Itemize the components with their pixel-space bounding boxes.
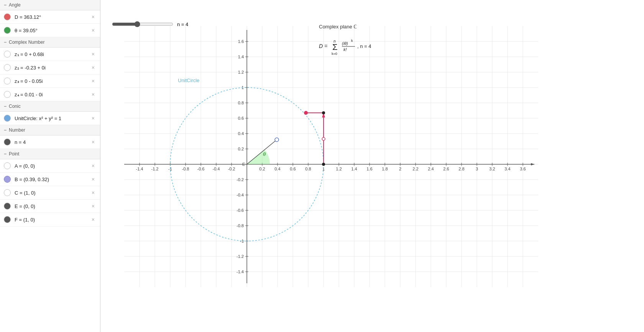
section-collapse-angle[interactable]: − [4,2,7,8]
list-item-theta-angle: θ = 39.05° × [0,24,100,37]
close-btn-unitcircle[interactable]: × [90,114,96,122]
svg-text:2.6: 2.6 [443,167,449,171]
svg-text:2.4: 2.4 [428,167,434,171]
close-btn-z4[interactable]: × [90,91,96,98]
svg-point-133 [304,111,308,115]
svg-text:1.4: 1.4 [351,167,357,171]
list-item-D-angle: D = 363.12° × [0,10,100,24]
color-icon-D-angle [4,13,11,20]
svg-point-130 [275,138,279,142]
close-btn-D-angle[interactable]: × [90,13,96,21]
svg-text:1.2: 1.2 [336,167,342,171]
svg-text:-0.4: -0.4 [213,167,220,171]
color-icon-unitcircle [4,115,11,122]
list-item-z4: z₄ = 0.01 - 0i × [0,88,100,101]
svg-text:0.2: 0.2 [259,167,265,171]
svg-text:1.2: 1.2 [238,70,244,74]
section-angle[interactable]: − Angle [0,0,100,10]
main-canvas-area: n = 4 -1.4-1.2-1-0.8-0.6-0.4-0.20.20.40.… [100,0,644,332]
color-icon-C [4,189,11,196]
svg-text:θ: θ [263,151,266,157]
sidebar: − Angle D = 363.12° × θ = 39.05° × − Com… [0,0,100,332]
section-collapse-conic[interactable]: − [4,104,7,109]
svg-point-134 [322,111,325,114]
list-item-z1: z₁ = 0 + 0.68i × [0,48,100,61]
label-z2: z₂ = -0.23 + 0i [15,65,90,71]
svg-text:-1.2: -1.2 [237,254,244,259]
svg-text:k=0: k=0 [332,52,337,56]
svg-text:0.4: 0.4 [238,131,244,136]
svg-text:1.6: 1.6 [366,167,372,171]
color-icon-z1 [4,51,11,58]
svg-text:-0.2: -0.2 [237,177,244,182]
list-item-F: F = (1, 0) × [0,213,100,226]
color-icon-E [4,203,11,210]
close-btn-n[interactable]: × [90,138,96,146]
label-z4: z₄ = 0.01 - 0i [15,92,90,97]
close-btn-B[interactable]: × [90,175,96,183]
label-theta-angle: θ = 39.05° [15,28,90,33]
close-btn-z1[interactable]: × [90,50,96,58]
section-label-point: Point [9,151,19,157]
svg-text:D =: D = [319,43,327,49]
color-icon-z3 [4,78,11,84]
section-collapse-complex-number[interactable]: − [4,40,7,45]
color-icon-z4 [4,91,11,98]
label-n: n = 4 [15,139,90,145]
close-btn-F[interactable]: × [90,216,96,223]
section-label-angle: Angle [9,2,21,8]
close-btn-C[interactable]: × [90,189,96,197]
svg-text:-1.4: -1.4 [237,269,244,274]
formula-svg: D = Σ k=0 n (iθ) k k! , n = 4 [319,36,419,58]
list-item-unitcircle: UnitCircle: x² + y² = 1 × [0,112,100,125]
close-btn-z3[interactable]: × [90,77,96,85]
svg-text:0.6: 0.6 [238,116,244,121]
close-btn-z2[interactable]: × [90,64,96,71]
svg-text:2: 2 [399,167,401,171]
label-unitcircle: UnitCircle: x² + y² = 1 [15,116,90,121]
section-number[interactable]: − Number [0,125,100,135]
svg-text:-1.4: -1.4 [136,167,143,171]
color-icon-n [4,139,11,145]
svg-text:UnitCircle: UnitCircle [178,78,199,83]
section-point[interactable]: − Point [0,149,100,159]
svg-text:0.6: 0.6 [290,167,296,171]
label-z3: z₃ = 0 - 0.05i [15,78,90,84]
svg-text:1.4: 1.4 [238,55,244,59]
svg-text:-0.2: -0.2 [228,167,235,171]
label-A: A = (0, 0) [15,163,90,169]
close-btn-theta-angle[interactable]: × [90,26,96,34]
list-item-C: C = (1, 0) × [0,186,100,200]
complex-plane-label: Complex plane ℂ [319,24,468,30]
section-collapse-point[interactable]: − [4,151,7,157]
svg-text:-0.6: -0.6 [237,208,244,213]
svg-text:3.4: 3.4 [504,167,510,171]
svg-point-136 [322,137,325,140]
svg-text:3: 3 [476,167,478,171]
color-icon-A [4,162,11,169]
label-C: C = (1, 0) [15,190,90,196]
svg-text:0.2: 0.2 [238,147,244,151]
svg-text:, n = 4: , n = 4 [357,43,371,49]
label-E: E = (0, 0) [15,203,90,209]
section-complex-number[interactable]: − Complex Number [0,37,100,48]
svg-text:-0.6: -0.6 [197,167,205,171]
svg-point-135 [322,163,325,166]
list-item-E: E = (0, 0) × [0,200,100,213]
list-item-A: A = (0, 0) × [0,159,100,173]
close-btn-A[interactable]: × [90,162,96,170]
svg-text:1.6: 1.6 [238,39,244,44]
close-btn-E[interactable]: × [90,202,96,210]
label-z1: z₁ = 0 + 0.68i [15,51,90,57]
svg-text:3.6: 3.6 [520,167,526,171]
svg-text:-0.8: -0.8 [237,223,244,228]
section-collapse-number[interactable]: − [4,127,7,133]
section-label-conic: Conic [9,104,21,109]
section-conic[interactable]: − Conic [0,101,100,112]
svg-text:k: k [351,39,353,43]
svg-text:n: n [334,39,336,43]
label-B: B = (0.39, 0.32) [15,177,90,182]
list-item-z2: z₂ = -0.23 + 0i × [0,61,100,74]
svg-text:-0.4: -0.4 [237,193,244,197]
label-F: F = (1, 0) [15,217,90,223]
